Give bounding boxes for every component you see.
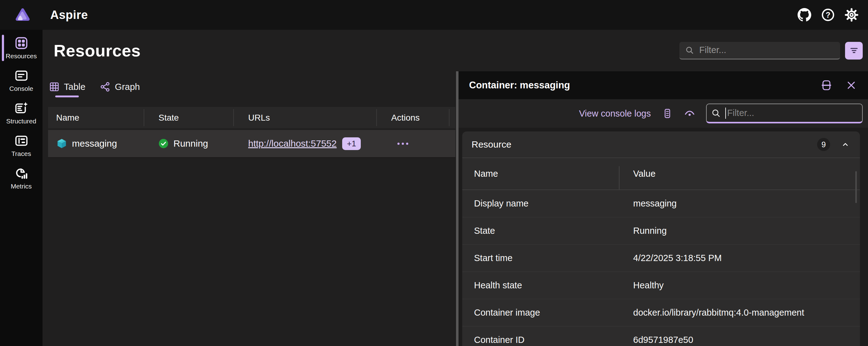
resource-name-cell: messaging — [48, 138, 144, 149]
prop-column-value: Value — [619, 169, 655, 179]
prop-row-container-image: Container image docker.io/library/rabbit… — [462, 299, 860, 326]
sidebar: Resources Console Structured — [0, 30, 42, 346]
details-panel: Container: messaging — [459, 71, 868, 346]
sidebar-item-resources[interactable]: Resources — [0, 32, 42, 63]
column-header-state: State — [144, 107, 234, 128]
sidebar-label: Metrics — [11, 183, 32, 190]
resources-table: Name State URLs Actions — [48, 107, 456, 158]
sidebar-item-console[interactable]: Console — [0, 65, 42, 95]
scrollbar-thumb[interactable] — [855, 171, 857, 203]
container-cube-icon — [56, 138, 67, 149]
prop-value: 6d9571987e50 — [619, 335, 693, 345]
text-cursor — [725, 107, 726, 119]
resources-grid-icon — [14, 36, 29, 50]
table-row-messaging[interactable]: messaging Running http://localhost:57552… — [48, 130, 456, 158]
topbar: Aspire ? — [0, 0, 868, 30]
prop-name: State — [462, 226, 619, 236]
resources-filter-input[interactable] — [699, 45, 835, 55]
resource-urls-cell: http://localhost:57552 +1 — [234, 137, 377, 150]
prop-name: Start time — [462, 253, 619, 263]
column-header-name: Name — [48, 107, 144, 128]
sidebar-item-metrics[interactable]: Metrics — [0, 162, 42, 193]
section-title: Resource — [471, 139, 511, 150]
topbar-actions: ? — [797, 8, 859, 22]
prop-value: Running — [619, 226, 666, 236]
prop-row-display-name: Display name messaging — [462, 190, 860, 217]
prop-name: Container image — [462, 308, 619, 318]
log-document-icon[interactable] — [661, 107, 673, 119]
resource-state: Running — [174, 138, 208, 149]
tab-label: Table — [64, 82, 85, 92]
resource-actions-cell — [377, 143, 450, 145]
properties-header: Name Value — [462, 158, 860, 190]
close-icon[interactable] — [845, 79, 858, 91]
aspire-logo-icon — [14, 6, 31, 23]
traces-icon — [14, 134, 29, 148]
table-header: Name State URLs Actions — [48, 107, 456, 128]
prop-row-state: State Running — [462, 217, 860, 245]
prop-value: docker.io/library/rabbitmq:4.0-managemen… — [619, 308, 804, 318]
watch-eye-icon[interactable] — [684, 107, 695, 119]
view-tabs: Table Graph — [48, 77, 456, 97]
more-actions-icon[interactable] — [397, 143, 408, 145]
sidebar-label: Structured — [6, 118, 36, 125]
prop-value: messaging — [619, 198, 677, 209]
github-icon[interactable] — [797, 8, 811, 22]
prop-name: Container ID — [462, 335, 619, 345]
details-toolbar: View console logs — [459, 99, 868, 128]
structured-logs-icon — [14, 101, 29, 115]
sidebar-label: Console — [9, 85, 33, 92]
sidebar-label: Traces — [11, 150, 31, 157]
metrics-icon — [14, 166, 29, 181]
details-title: Container: messaging — [469, 80, 570, 91]
prop-row-health-state: Health state Healthy — [462, 272, 860, 299]
resource-state-cell: Running — [144, 138, 234, 149]
tab-graph[interactable]: Graph — [99, 77, 141, 97]
help-icon[interactable]: ? — [821, 8, 835, 22]
filter-button[interactable] — [845, 42, 863, 60]
sidebar-label: Resources — [6, 53, 37, 60]
prop-value: Healthy — [619, 280, 663, 290]
resource-section-header[interactable]: Resource 9 — [462, 131, 860, 157]
tab-table[interactable]: Table — [48, 77, 86, 97]
sidebar-item-traces[interactable]: Traces — [0, 130, 42, 161]
chevron-up-icon[interactable] — [841, 140, 850, 149]
console-icon — [14, 68, 29, 83]
page-header: Resources — [42, 30, 868, 71]
details-filter-input[interactable] — [727, 108, 858, 118]
search-icon — [685, 45, 694, 55]
resource-url-link[interactable]: http://localhost:57552 — [248, 138, 337, 149]
column-divider — [619, 166, 620, 189]
more-urls-badge[interactable]: +1 — [342, 137, 361, 150]
prop-name: Display name — [462, 198, 619, 209]
app-title: Aspire — [50, 8, 88, 22]
tab-label: Graph — [115, 82, 140, 92]
settings-gear-icon[interactable] — [844, 8, 859, 22]
svg-text:?: ? — [826, 10, 830, 19]
search-icon — [711, 108, 721, 118]
running-check-icon — [158, 138, 168, 149]
details-body: Resource 9 Name Va — [459, 128, 868, 346]
prop-row-container-id: Container ID 6d9571987e50 — [462, 326, 860, 346]
table-grid-icon — [49, 81, 60, 92]
active-indicator — [2, 35, 4, 61]
main-content: Resources — [42, 30, 868, 346]
details-header: Container: messaging — [459, 71, 868, 99]
resource-properties-card: Resource 9 Name Va — [462, 131, 860, 346]
graph-icon — [100, 81, 111, 92]
filter-lines-icon — [849, 45, 859, 56]
column-header-urls: URLs — [234, 107, 377, 128]
resources-table-area: Table Graph — [42, 71, 456, 346]
resources-filter-input-wrap — [679, 42, 840, 60]
details-filter-input-wrap — [706, 103, 863, 123]
prop-column-name: Name — [462, 169, 619, 179]
prop-value: 4/22/2025 3:18:55 PM — [619, 253, 721, 263]
panel-splitter-handle[interactable] — [456, 71, 459, 346]
dock-split-icon[interactable] — [820, 79, 833, 91]
prop-name: Health state — [462, 280, 619, 290]
prop-row-start-time: Start time 4/22/2025 3:18:55 PM — [462, 245, 860, 272]
page-title: Resources — [54, 41, 141, 60]
view-console-logs-link[interactable]: View console logs — [579, 108, 651, 119]
sidebar-item-structured[interactable]: Structured — [0, 97, 42, 128]
column-header-actions: Actions — [377, 107, 450, 128]
